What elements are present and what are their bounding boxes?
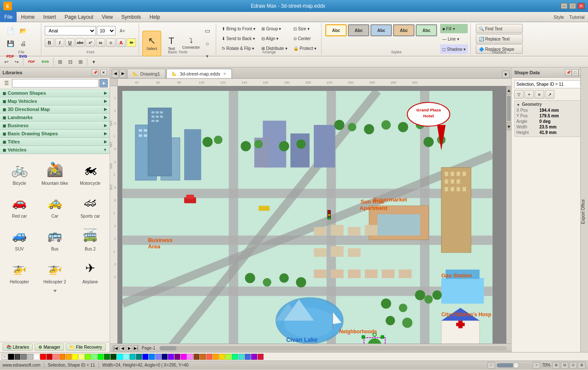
color-yellow2[interactable] — [78, 354, 84, 360]
color-green3[interactable] — [110, 354, 116, 360]
add-library-button[interactable]: + — [99, 79, 108, 87]
shape-panel-pin[interactable]: 📌 — [565, 69, 572, 76]
grid-button[interactable]: ⊟ — [66, 58, 75, 66]
color-lime2[interactable] — [91, 354, 97, 360]
color-tomato[interactable] — [206, 354, 212, 360]
category-map-vehicles[interactable]: ◼ Map Vehicles ▶ — [0, 97, 110, 105]
view-mode-button1[interactable]: ⊞ — [552, 362, 560, 369]
tab-close-button[interactable]: ✕ — [223, 72, 226, 76]
color-orange3[interactable] — [213, 354, 219, 360]
align-button[interactable]: ⊟ Align ▾ — [259, 34, 290, 43]
color-purple1[interactable] — [168, 354, 174, 360]
page-first-button[interactable]: |◀ — [113, 345, 119, 351]
shape-mountain-bike[interactable]: 🚵 Mountain bike — [38, 157, 72, 188]
color-brown1[interactable] — [194, 354, 200, 360]
page-next-button[interactable]: ▶ — [126, 345, 132, 351]
new-button[interactable]: 📄 — [4, 25, 16, 37]
line-button[interactable]: — Line ▾ — [440, 34, 468, 44]
view-mode-button4[interactable]: ⊞ — [578, 362, 585, 369]
bold-button[interactable]: B — [45, 38, 54, 47]
underline-button[interactable]: U — [65, 38, 75, 47]
file-recovery-tab[interactable]: 📁 File Recovery — [66, 344, 106, 351]
tab-drawing1[interactable]: 📐 Drawing1 — [127, 69, 165, 78]
sp-add-button[interactable]: + — [524, 90, 534, 99]
font-size-select[interactable]: 10 — [97, 26, 116, 35]
style-box-2[interactable]: Abc — [348, 24, 369, 36]
shape-helicopter[interactable]: 🚁 Helicopter — [3, 255, 36, 286]
color-violet[interactable] — [251, 354, 257, 360]
color-royalblue[interactable] — [245, 354, 251, 360]
color-blue1[interactable] — [142, 354, 148, 360]
category-vehicles[interactable]: ◼ Vehicles ▼ — [0, 146, 110, 154]
color-red3[interactable] — [53, 354, 59, 360]
group-button[interactable]: ⊞ Group ▾ — [259, 24, 290, 33]
table-button[interactable]: ⊞ — [55, 58, 65, 66]
page-scrollbar[interactable] — [159, 346, 507, 350]
rectangle-tool[interactable]: ▭ — [201, 25, 213, 37]
tab-panel-dropdown[interactable]: ▼ — [502, 70, 510, 78]
shape-helicopter2[interactable]: 🚁 Helicopter 2 — [38, 255, 72, 286]
shape-airplane[interactable]: ✈ Airplane — [73, 255, 107, 286]
ellipse-tool[interactable]: ○ — [201, 38, 213, 50]
libraries-close-button[interactable]: ✕ — [100, 69, 107, 76]
color-teal1[interactable] — [117, 354, 123, 360]
shape-red-car[interactable]: 🚗 Red car — [3, 189, 36, 221]
page-prev-button[interactable]: ◀ — [119, 345, 125, 351]
library-search-input[interactable] — [12, 79, 98, 87]
manager-tab[interactable]: ⚙ Manager — [35, 344, 64, 351]
subscript-button[interactable]: x₂ — [96, 38, 105, 47]
canvas-scroll-area[interactable]: Grand Plaza Hotel Sun Rise Apartment Bus… — [118, 86, 506, 344]
color-cyan2[interactable] — [136, 354, 142, 360]
shape-bus[interactable]: 🚌 Bus — [38, 222, 72, 253]
font-color-button[interactable]: A — [116, 38, 126, 47]
color-blue3[interactable] — [155, 354, 161, 360]
fill-button[interactable]: ■ Fill ▾ — [440, 24, 468, 33]
scroll-up-button[interactable]: ▲ — [507, 86, 511, 95]
color-magenta2[interactable] — [187, 354, 193, 360]
color-yellow1[interactable] — [72, 354, 78, 360]
strikethrough-button[interactable]: abc — [75, 38, 85, 47]
scrollbar-thumb[interactable] — [507, 96, 511, 121]
page-scrollbar-thumb[interactable] — [159, 346, 177, 350]
style-box-4[interactable]: Abc — [393, 24, 414, 36]
libraries-tab[interactable]: 📚 Libraries — [3, 344, 33, 351]
view-mode-button2[interactable]: ⊟ — [561, 362, 568, 369]
color-blue2[interactable] — [149, 354, 155, 360]
color-red2[interactable] — [46, 354, 52, 360]
replace-text-button[interactable]: 🔄 Replace Text — [476, 34, 523, 44]
color-gold[interactable] — [219, 354, 225, 360]
page-last-button[interactable]: ▶| — [133, 345, 139, 351]
shape-suv[interactable]: 🚙 SUV — [3, 222, 36, 253]
menu-home[interactable]: Home — [17, 12, 39, 22]
color-gray[interactable] — [21, 354, 27, 360]
color-teal2[interactable] — [123, 354, 129, 360]
find-text-button[interactable]: 🔍 Find Text — [476, 24, 523, 33]
menu-symbols[interactable]: Symbols — [117, 12, 145, 22]
print-button[interactable]: 🖨 — [17, 38, 29, 50]
color-chartreuse[interactable] — [226, 354, 232, 360]
no-color-swatch[interactable]: ✕ — [2, 354, 8, 360]
view-mode-button3[interactable]: ⊙ — [569, 362, 577, 369]
sp-export-button[interactable]: ↗ — [545, 90, 554, 99]
color-orange1[interactable] — [59, 354, 65, 360]
save-button[interactable]: 💾 — [4, 38, 16, 50]
libraries-pin-button[interactable]: 📌 — [92, 69, 98, 76]
tab-next-button[interactable]: ▶ — [119, 69, 126, 78]
color-purple2[interactable] — [174, 354, 180, 360]
export-office-panel[interactable]: Export Office — [580, 67, 588, 352]
export-office-label[interactable]: Export Office — [581, 199, 585, 224]
style-box-3[interactable]: Abc — [371, 24, 392, 36]
close-button[interactable]: ✕ — [578, 3, 585, 9]
color-navy1[interactable] — [162, 354, 168, 360]
font-increase-button[interactable]: A+ — [116, 25, 128, 37]
drawing-canvas[interactable]: Grand Plaza Hotel Sun Rise Apartment Bus… — [122, 90, 493, 344]
restore-button[interactable]: □ — [569, 3, 576, 9]
sp-filter-button[interactable]: ▽ — [514, 90, 524, 99]
superscript-button[interactable]: x² — [86, 38, 95, 47]
color-white[interactable] — [34, 354, 40, 360]
tab-prev-button[interactable]: ◀ — [112, 69, 119, 78]
italic-button[interactable]: I — [55, 38, 64, 47]
tutorial-link[interactable]: Tutorial — [569, 15, 585, 20]
color-lime1[interactable] — [85, 354, 91, 360]
shape-car[interactable]: 🚕 Car — [38, 189, 72, 221]
